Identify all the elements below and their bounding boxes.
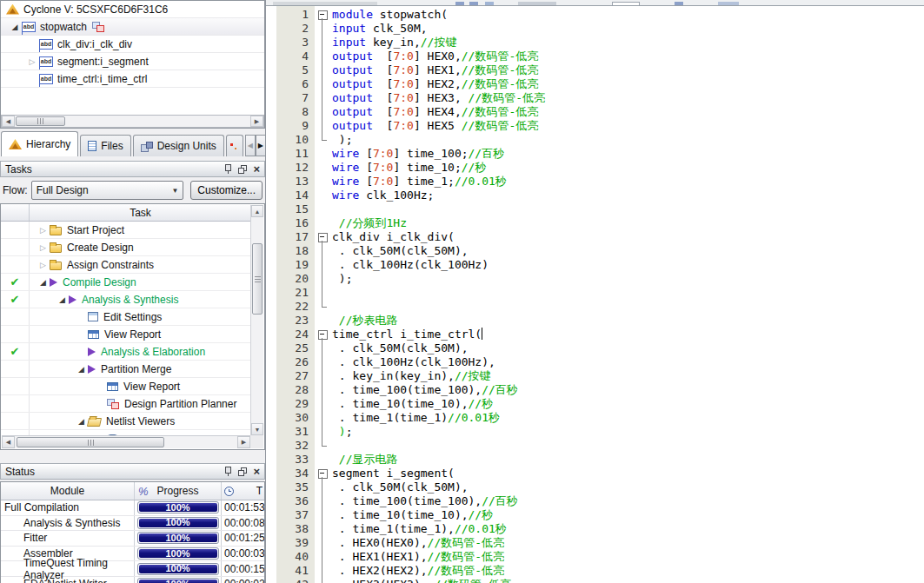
task-row[interactable]: Design Partition Planner	[1, 395, 251, 413]
scrollbar-thumb[interactable]	[17, 437, 164, 447]
code-line[interactable]: 17clk_div i_clk_div(	[276, 230, 924, 244]
fold-collapse-icon[interactable]	[318, 330, 328, 340]
scroll-down-button[interactable]: ▼	[251, 423, 263, 435]
code-line[interactable]: 15	[276, 202, 924, 216]
code-line[interactable]: 39 . HEX0(HEX0),//数码管-低亮	[276, 536, 924, 550]
flow-select[interactable]: Full Design ▼	[31, 181, 184, 200]
expander-icon[interactable]: ◢	[37, 278, 50, 287]
code-line[interactable]: 13wire [7:0] time_1;//0.01秒	[276, 175, 924, 189]
expander-icon[interactable]: ◢	[75, 417, 88, 426]
task-row[interactable]: View Report	[1, 326, 251, 343]
code-line[interactable]: 20 );	[276, 272, 924, 286]
task-row[interactable]: ◢Partition Merge	[1, 361, 251, 378]
code-line[interactable]: 11wire [7:0] time_100;//百秒	[276, 147, 924, 161]
task-row[interactable]: ✔◢Compile Design	[1, 274, 251, 291]
code-line[interactable]: 25 . clk_50M(clk_50M),	[276, 341, 924, 355]
expander-icon[interactable]: ▷	[37, 261, 50, 269]
code-line[interactable]: 1module stopwatch(	[276, 8, 924, 22]
tasks-vscrollbar[interactable]: ▲ ▼	[250, 205, 263, 435]
scroll-right-button[interactable]: ▶	[250, 116, 263, 127]
task-row[interactable]: ▷Start Project	[1, 222, 251, 239]
code-line[interactable]: 8output [7:0] HEX4,//数码管-低亮	[276, 105, 924, 119]
fold-collapse-icon[interactable]	[318, 469, 328, 479]
scrollbar-track[interactable]	[15, 436, 237, 448]
code-line[interactable]: 14wire clk_100Hz;	[276, 189, 924, 202]
task-row[interactable]: ✔◢Analysis & Synthesis	[1, 291, 251, 308]
float-window-icon[interactable]	[238, 467, 247, 476]
code-line[interactable]: 41 . HEX2(HEX2),//数码管-低亮	[276, 564, 924, 578]
code-line[interactable]: 26 . clk_100Hz(clk_100Hz),	[276, 355, 924, 369]
tasks-hscrollbar[interactable]: ◀ ▶	[2, 435, 250, 448]
fold-margin[interactable]	[315, 467, 332, 480]
tab-design-units[interactable]: Design Units	[133, 135, 224, 156]
code-line[interactable]: 5output [7:0] HEX1,//数码管-低亮	[276, 63, 924, 77]
expander-icon[interactable]: ▷	[37, 226, 50, 235]
expander-icon[interactable]: ◢	[8, 23, 22, 31]
hierarchy-item[interactable]: abdtime_ctrl:i_time_ctrl	[1, 70, 264, 88]
code-line[interactable]: 10 );	[276, 133, 924, 147]
code-line[interactable]: 31 );	[276, 425, 924, 439]
tab-scroll-right-button[interactable]: ▶	[256, 135, 266, 156]
task-row[interactable]: ▷Assign Constraints	[1, 256, 251, 274]
code-line[interactable]: 34segment i_segment(	[276, 467, 924, 480]
code-line[interactable]: 29 . time_10(time_10),//秒	[276, 397, 924, 411]
code-line[interactable]: 32	[276, 439, 924, 453]
expander-icon[interactable]: ◢	[56, 295, 69, 304]
task-row[interactable]: ✔Analysis & Elaboration	[1, 343, 251, 361]
scroll-up-button[interactable]: ▲	[251, 205, 263, 217]
expander-icon[interactable]: ▷	[37, 243, 50, 252]
device-item[interactable]: Cyclone V: 5CSXFC6D6F31C6	[1, 1, 264, 18]
code-line[interactable]: 6output [7:0] HEX2,//数码管-低亮	[276, 77, 924, 91]
pin-icon[interactable]	[224, 467, 232, 476]
hierarchy-item[interactable]: ◢abdstopwatch	[1, 18, 264, 36]
code-line[interactable]: 18 . clk_50M(clk_50M),	[276, 244, 924, 258]
task-row[interactable]: ▷Create Design	[1, 239, 251, 256]
code-line[interactable]: 16 //分频到1Hz	[276, 216, 924, 230]
code-line[interactable]: 37 . time_10(time_10),//秒	[276, 508, 924, 522]
scrollbar-track[interactable]	[15, 116, 250, 127]
task-row[interactable]: ◢Netlist Viewers	[1, 413, 251, 430]
code-line[interactable]: 3input key_in,//按键	[276, 36, 924, 50]
code-line[interactable]: 23 //秒表电路	[276, 314, 924, 328]
code-line[interactable]: 22	[276, 300, 924, 314]
code-line[interactable]: 28 . time_100(time_100),//百秒	[276, 383, 924, 397]
code-line[interactable]: 7output [7:0] HEX3, //数码管-低亮	[276, 91, 924, 105]
scroll-right-button[interactable]: ▶	[237, 436, 250, 448]
tab-scroll-left-button[interactable]: ◀	[245, 135, 256, 156]
expander-icon[interactable]: ▷	[25, 57, 39, 66]
task-row[interactable]: Edit Settings	[1, 308, 251, 326]
close-icon[interactable]: ×	[253, 467, 260, 476]
close-icon[interactable]: ×	[253, 164, 260, 174]
code-line[interactable]: 2input clk_50M,	[276, 22, 924, 36]
navigator-hscrollbar[interactable]: ◀ ▶	[1, 115, 264, 128]
code-line[interactable]: 27 . key_in(key_in),//按键	[276, 369, 924, 383]
scrollbar-thumb[interactable]	[16, 116, 65, 126]
fold-collapse-icon[interactable]	[318, 233, 328, 242]
scrollbar-thumb[interactable]	[252, 243, 263, 315]
code-line[interactable]: 19 . clk_100Hz(clk_100Hz)	[276, 258, 924, 272]
code-line[interactable]: 30 . time_1(time_1)//0.01秒	[276, 411, 924, 425]
code-line[interactable]: 35 . clk_50M(clk_50M),	[276, 480, 924, 494]
hierarchy-item[interactable]: abdclk_div:i_clk_div	[1, 36, 264, 53]
fold-margin[interactable]	[315, 328, 332, 341]
code-line[interactable]: 12wire [7:0] time_10;//秒	[276, 161, 924, 175]
code-line[interactable]: 21	[276, 286, 924, 300]
tab-files[interactable]: Files	[80, 135, 130, 156]
fold-collapse-icon[interactable]	[318, 10, 328, 20]
code-line[interactable]: 42 . HEX3(HEX3), //数码管-低亮	[276, 578, 924, 583]
code-line[interactable]: 38 . time_1(time_1),//0.01秒	[276, 522, 924, 536]
pin-icon[interactable]	[224, 164, 232, 174]
code-editor[interactable]: 1module stopwatch(2input clk_50M,3input …	[266, 0, 924, 583]
fold-margin[interactable]	[315, 230, 332, 244]
scroll-left-button[interactable]: ◀	[2, 116, 15, 127]
float-window-icon[interactable]	[238, 165, 247, 174]
hierarchy-item[interactable]: ▷abdsegment:i_segment	[1, 53, 264, 70]
scroll-left-button[interactable]: ◀	[2, 436, 15, 448]
code-line[interactable]: 36 . time_100(time_100),//百秒	[276, 494, 924, 508]
code-line[interactable]: 33 //显示电路	[276, 453, 924, 467]
task-row[interactable]: View Report	[1, 378, 251, 395]
tab-hierarchy[interactable]: Hierarchy	[1, 131, 78, 156]
customize-button[interactable]: Customize...	[190, 181, 263, 200]
expander-icon[interactable]: ◢	[75, 365, 88, 374]
code-line[interactable]: 4output [7:0] HEX0,//数码管-低亮	[276, 50, 924, 63]
